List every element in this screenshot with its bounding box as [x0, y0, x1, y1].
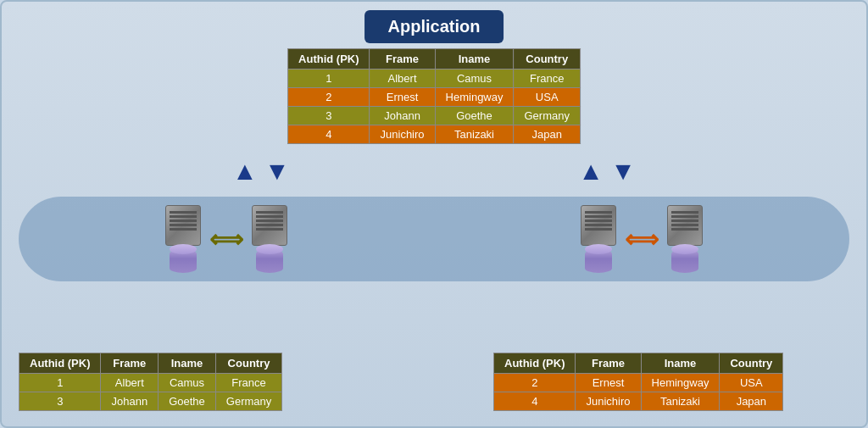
left-table-header-authid: Authid (PK)	[19, 353, 101, 374]
table-row: Ernest	[576, 374, 641, 392]
table-row: 4	[288, 125, 370, 144]
table-row: Albert	[370, 69, 435, 88]
left-table-header-country: Country	[215, 353, 281, 374]
table-row: Johann	[101, 392, 159, 411]
table-row: France	[514, 69, 580, 88]
table-row: Junichiro	[576, 392, 641, 411]
bottom-tables: Authid (PK) Frame Iname Country 1 Albert…	[19, 353, 849, 411]
middle-band: ⟺ ⟺	[19, 197, 849, 281]
table-row: Japan	[514, 125, 580, 144]
table-row: Junichiro	[370, 125, 435, 144]
left-server-group: ⟺	[165, 205, 287, 273]
up-arrow-icon: ▲	[232, 157, 258, 185]
table-row: Goethe	[435, 107, 514, 125]
left-server-2	[252, 205, 287, 273]
main-table-header-iname: Iname	[435, 49, 514, 69]
table-row: 2	[288, 88, 370, 107]
application-section: Application Authid (PK) Frame Iname Coun…	[287, 10, 581, 144]
up-arrow-icon: ▲	[578, 157, 604, 185]
server-box-icon	[667, 205, 703, 246]
table-row: Tanizaki	[641, 392, 720, 411]
main-table: Authid (PK) Frame Iname Country 1 Albert…	[287, 48, 581, 144]
left-server-1	[165, 205, 201, 273]
db-cylinder-icon	[671, 249, 698, 273]
table-row: 1	[19, 374, 101, 392]
down-arrow-icon: ▼	[610, 157, 636, 185]
right-server-group: ⟺	[581, 205, 703, 273]
table-row: Albert	[101, 374, 159, 392]
table-row: 4	[494, 392, 576, 411]
app-title: Application	[364, 10, 504, 43]
right-table-header-authid: Authid (PK)	[494, 353, 576, 374]
right-table-header-country: Country	[720, 353, 783, 374]
db-cylinder-icon	[170, 249, 197, 273]
left-table-header-iname: Iname	[159, 353, 216, 374]
left-table-header-frame: Frame	[101, 353, 159, 374]
table-row: Hemingway	[641, 374, 720, 392]
right-server-1	[581, 205, 616, 273]
down-arrow-icon: ▼	[264, 157, 290, 185]
right-vertical-arrows: ▲ ▼	[578, 158, 636, 184]
table-row: Germany	[215, 392, 281, 411]
main-table-header-frame: Frame	[370, 49, 435, 69]
main-container: Application Authid (PK) Frame Iname Coun…	[0, 0, 868, 428]
table-row: France	[215, 374, 281, 392]
table-row: Camus	[159, 374, 216, 392]
left-bottom-table-wrap: Authid (PK) Frame Iname Country 1 Albert…	[19, 353, 375, 411]
db-cylinder-icon	[585, 249, 612, 273]
right-bottom-table-wrap: Authid (PK) Frame Iname Country 2 Ernest…	[493, 353, 849, 411]
table-row: 2	[494, 374, 576, 392]
main-table-header-authid: Authid (PK)	[288, 49, 370, 69]
left-horizontal-arrow: ⟺	[209, 225, 243, 253]
right-table-header-iname: Iname	[641, 353, 720, 374]
table-row: USA	[514, 88, 580, 107]
right-server-2	[667, 205, 703, 273]
table-row: Hemingway	[435, 88, 514, 107]
server-box-icon	[581, 205, 616, 246]
right-table: Authid (PK) Frame Iname Country 2 Ernest…	[493, 353, 783, 411]
table-row: 3	[288, 107, 370, 125]
table-row: Tanizaki	[435, 125, 514, 144]
db-cylinder-icon	[256, 249, 283, 273]
table-row: Camus	[435, 69, 514, 88]
table-row: 3	[19, 392, 101, 411]
right-horizontal-arrow: ⟺	[625, 225, 659, 253]
left-table: Authid (PK) Frame Iname Country 1 Albert…	[19, 353, 282, 411]
table-row: Johann	[370, 107, 435, 125]
table-row: Goethe	[159, 392, 216, 411]
right-table-header-frame: Frame	[576, 353, 641, 374]
main-table-header-country: Country	[514, 49, 580, 69]
table-row: Germany	[514, 107, 580, 125]
table-row: USA	[720, 374, 783, 392]
table-row: Ernest	[370, 88, 435, 107]
table-row: Japan	[720, 392, 783, 411]
left-vertical-arrows: ▲ ▼	[232, 158, 290, 184]
server-box-icon	[252, 205, 287, 246]
server-box-icon	[165, 205, 201, 246]
table-row: 1	[288, 69, 370, 88]
